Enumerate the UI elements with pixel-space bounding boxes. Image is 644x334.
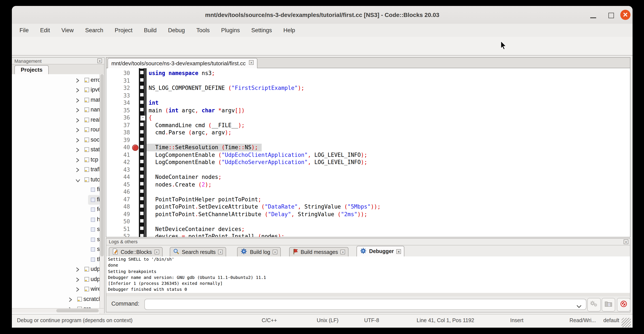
breakpoint-marker[interactable] bbox=[132, 145, 138, 151]
log-tab-build-messages[interactable]: Build messages× bbox=[289, 247, 349, 257]
line-number[interactable]: 52 bbox=[112, 233, 130, 237]
command-dropdown-chevron-icon[interactable] bbox=[576, 303, 582, 310]
tree-item-erro[interactable]: erro bbox=[12, 75, 104, 85]
log-tab-search-results[interactable]: Search results× bbox=[170, 247, 226, 257]
menu-file[interactable]: File bbox=[20, 27, 29, 34]
tree-item-trafl[interactable]: trafl bbox=[12, 165, 104, 175]
line-number[interactable]: 45 bbox=[112, 181, 130, 188]
menu-plugins[interactable]: Plugins bbox=[221, 27, 240, 34]
tree-item-fif[interactable]: fif bbox=[12, 185, 104, 195]
editor-tab-close-icon[interactable]: × bbox=[249, 60, 254, 65]
line-number[interactable]: 35 bbox=[112, 107, 130, 114]
log-tab-build-log[interactable]: Build log× bbox=[237, 247, 281, 257]
line-number[interactable]: 47 bbox=[112, 196, 130, 203]
log-tab-close-icon[interactable]: × bbox=[218, 250, 223, 254]
tree-item-nam[interactable]: nam bbox=[12, 105, 104, 115]
tree-item-he[interactable]: he bbox=[12, 215, 104, 225]
menu-debug[interactable]: Debug bbox=[168, 27, 185, 34]
code-editor[interactable]: 30using namespace ns3;3132NS_LOG_COMPONE… bbox=[106, 68, 630, 237]
menu-help[interactable]: Help bbox=[284, 27, 295, 34]
tree-expand-chevron-icon[interactable] bbox=[75, 267, 80, 273]
line-number[interactable]: 36 bbox=[112, 114, 130, 121]
tree-item-six[interactable]: six bbox=[12, 245, 104, 254]
line-number[interactable]: 32 bbox=[112, 84, 130, 92]
menu-build[interactable]: Build bbox=[144, 27, 157, 34]
menu-tools[interactable]: Tools bbox=[196, 27, 210, 34]
tree-item-ipv6[interactable]: ipv6 bbox=[12, 85, 104, 95]
tree-item-reall[interactable]: reall bbox=[12, 115, 104, 125]
tree-item-tcp[interactable]: tcp bbox=[12, 155, 104, 165]
line-number[interactable]: 33 bbox=[112, 92, 130, 99]
tree-item-udp[interactable]: udp bbox=[12, 264, 104, 274]
maximize-button[interactable] bbox=[608, 13, 614, 18]
clear-log-button[interactable] bbox=[617, 298, 630, 311]
line-number[interactable]: 37 bbox=[112, 121, 130, 129]
tree-item-stat[interactable]: stat bbox=[12, 145, 104, 155]
tree-item-se[interactable]: se bbox=[12, 235, 104, 245]
tree-item-rout[interactable]: rout bbox=[12, 125, 104, 135]
log-tab-close-icon[interactable]: × bbox=[396, 249, 401, 254]
debugger-log[interactable]: Setting SHELL to '/bin/sh'doneSetting br… bbox=[106, 256, 630, 293]
menu-project[interactable]: Project bbox=[115, 27, 132, 34]
log-tab-debugger[interactable]: Debugger× bbox=[356, 246, 404, 257]
tree-expand-chevron-icon[interactable] bbox=[75, 167, 80, 174]
resize-grip[interactable] bbox=[622, 318, 631, 327]
log-tab-close-icon[interactable]: × bbox=[341, 250, 345, 254]
line-number[interactable]: 40 bbox=[112, 144, 130, 151]
titlebar[interactable]: mnt/dev/tools/source/ns-3-dev/examples/t… bbox=[12, 6, 632, 24]
tree-item-fo[interactable]: fo bbox=[12, 205, 104, 215]
menu-view[interactable]: View bbox=[62, 27, 74, 34]
tree-vertical-scrollbar[interactable] bbox=[100, 74, 104, 314]
tree-item-udp[interactable]: udp- bbox=[12, 274, 104, 284]
tree-horizontal-scrollbar[interactable] bbox=[12, 308, 104, 313]
tree-item-se[interactable]: se bbox=[12, 225, 104, 235]
tree-item-scratch[interactable]: scratch bbox=[12, 294, 104, 304]
tree-expand-chevron-icon[interactable] bbox=[75, 148, 80, 154]
tree-expand-chevron-icon[interactable] bbox=[75, 78, 80, 84]
line-number[interactable]: 39 bbox=[112, 136, 130, 144]
tree-item-tuto[interactable]: tuto bbox=[12, 175, 104, 185]
line-number[interactable]: 31 bbox=[112, 77, 130, 84]
tree-expand-chevron-icon[interactable] bbox=[75, 138, 80, 144]
tree-item-mat[interactable]: mat bbox=[12, 95, 104, 105]
log-tab-close-icon[interactable]: × bbox=[273, 250, 277, 254]
log-tab-close-icon[interactable]: × bbox=[154, 250, 159, 254]
menu-search[interactable]: Search bbox=[85, 27, 103, 34]
tree-item-sock[interactable]: sock bbox=[12, 135, 104, 145]
line-number[interactable]: 42 bbox=[112, 159, 130, 166]
tree-expand-chevron-icon[interactable] bbox=[75, 157, 80, 164]
tree-expand-chevron-icon[interactable] bbox=[75, 128, 80, 134]
command-input[interactable] bbox=[149, 300, 557, 308]
tree-item-wire[interactable]: wire bbox=[12, 284, 104, 294]
line-number[interactable]: 51 bbox=[112, 225, 130, 233]
management-close-icon[interactable]: × bbox=[98, 59, 102, 63]
line-number[interactable]: 48 bbox=[112, 203, 130, 210]
tree-expand-chevron-icon[interactable] bbox=[75, 88, 80, 94]
line-number[interactable]: 43 bbox=[112, 166, 130, 173]
tree-item-th[interactable]: th bbox=[12, 254, 104, 264]
line-number[interactable]: 41 bbox=[112, 151, 130, 159]
tree-expand-chevron-icon[interactable] bbox=[75, 287, 80, 293]
line-number[interactable]: 30 bbox=[112, 70, 130, 77]
tree-expand-chevron-icon[interactable] bbox=[68, 297, 72, 303]
log-tab-code-blocks[interactable]: Code::Blocks× bbox=[109, 247, 162, 257]
tree-item-fir[interactable]: fir bbox=[12, 195, 104, 205]
line-number[interactable]: 34 bbox=[112, 99, 130, 107]
line-number[interactable]: 38 bbox=[112, 129, 130, 136]
project-tree[interactable]: erroipv6matnamreallroutsockstattcptraflt… bbox=[12, 74, 104, 314]
tree-expand-chevron-icon[interactable] bbox=[75, 118, 80, 124]
line-number[interactable]: 49 bbox=[112, 210, 130, 218]
tree-collapse-chevron-icon[interactable] bbox=[75, 177, 80, 184]
line-number[interactable]: 50 bbox=[112, 218, 130, 225]
close-button[interactable]: ✕ bbox=[620, 10, 630, 20]
debug-tools-button[interactable] bbox=[587, 298, 601, 311]
line-number[interactable]: 44 bbox=[112, 173, 130, 181]
tree-expand-chevron-icon[interactable] bbox=[75, 277, 80, 283]
minimize-button[interactable] bbox=[590, 17, 596, 18]
command-combobox[interactable] bbox=[144, 299, 586, 310]
logs-close-icon[interactable]: × bbox=[624, 239, 628, 244]
menu-edit[interactable]: Edit bbox=[40, 27, 50, 34]
tab-projects[interactable]: Projects bbox=[14, 65, 49, 76]
line-number[interactable]: 46 bbox=[112, 188, 130, 196]
tree-expand-chevron-icon[interactable] bbox=[75, 98, 80, 104]
